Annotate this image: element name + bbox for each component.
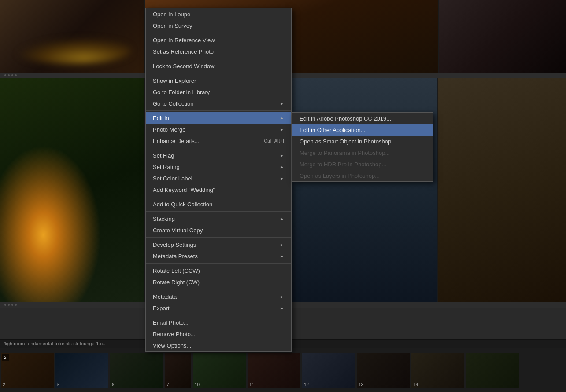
- submenu-item-merge-panorama: Merge to Panorama in Photoshop...: [292, 147, 433, 158]
- filmstrip-num: 5: [57, 382, 60, 387]
- menu-item-metadata-presets[interactable]: Metadata Presets ►: [146, 250, 291, 262]
- menu-item-develop-settings[interactable]: Develop Settings ►: [146, 239, 291, 250]
- arrow-icon: ►: [280, 242, 284, 247]
- filmstrip-item[interactable]: 7: [165, 353, 191, 388]
- menu-item-set-color-label[interactable]: Set Color Label ►: [146, 172, 291, 184]
- menu-item-export[interactable]: Export ►: [146, 302, 291, 314]
- arrow-icon: ►: [280, 165, 284, 169]
- dot: [8, 304, 10, 306]
- filmstrip-num: 12: [304, 382, 309, 387]
- menu-item-open-reference[interactable]: Open in Reference View: [146, 34, 291, 46]
- submenu-item-other-app[interactable]: Edit in Other Application...: [292, 124, 433, 136]
- filmstrip-item[interactable]: 5: [55, 353, 108, 388]
- menu-item-lock-window[interactable]: Lock to Second Window: [146, 60, 291, 72]
- separator: [146, 110, 291, 111]
- dot: [11, 304, 13, 306]
- submenu-item-smart-object[interactable]: Open as Smart Object in Photoshop...: [292, 136, 433, 147]
- menu-item-email-photo[interactable]: Email Photo...: [146, 317, 291, 328]
- filmstrip-item[interactable]: 11: [248, 353, 300, 388]
- arrow-icon: ►: [280, 254, 284, 259]
- separator: [146, 33, 291, 33]
- separator: [146, 237, 291, 238]
- dot: [4, 74, 6, 76]
- separator: [146, 315, 291, 315]
- dot: [4, 304, 6, 306]
- filmstrip-item[interactable]: 6: [110, 353, 163, 388]
- filmstrip-item[interactable]: 2 2: [1, 353, 54, 388]
- arrow-icon: ►: [280, 116, 284, 121]
- menu-item-add-keyword[interactable]: Add Keyword "Wedding": [146, 184, 291, 195]
- separator: [146, 197, 291, 197]
- filmstrip-num: 6: [112, 382, 115, 387]
- submenu-edit-in: Edit in Adobe Photoshop CC 2019... Edit …: [292, 112, 433, 182]
- submenu-item-photoshop[interactable]: Edit in Adobe Photoshop CC 2019...: [292, 113, 433, 124]
- filmstrip-item[interactable]: 14: [411, 353, 464, 388]
- menu-item-edit-in[interactable]: Edit In ►: [146, 112, 291, 124]
- photo-top-left: [0, 0, 145, 73]
- menu-item-open-survey[interactable]: Open in Survey: [146, 20, 291, 31]
- menu-item-rotate-left[interactable]: Rotate Left (CCW): [146, 265, 291, 276]
- separator: [146, 148, 291, 148]
- dot: [15, 74, 17, 76]
- photo-mid-right: [438, 78, 566, 302]
- arrow-icon: ►: [280, 127, 284, 132]
- filmstrip-badge: 2: [2, 354, 9, 361]
- menu-item-photo-merge[interactable]: Photo Merge ►: [146, 124, 291, 135]
- arrow-icon: ►: [280, 176, 284, 181]
- photo-top-right: [438, 0, 566, 73]
- edit-in-container: Edit In ► Edit in Adobe Photoshop CC 201…: [146, 112, 291, 124]
- filmstrip: 2 2 5 6 7 10 11 12 13 14: [0, 348, 566, 392]
- menu-item-enhance-details[interactable]: Enhance Details... Ctrl+Alt+I: [146, 135, 291, 147]
- filmstrip-num: 14: [413, 382, 418, 387]
- separator: [146, 73, 291, 73]
- filmstrip-num: 10: [195, 382, 200, 387]
- shortcut-label: Ctrl+Alt+I: [264, 138, 284, 143]
- menu-item-show-explorer[interactable]: Show in Explorer: [146, 75, 291, 86]
- menu-item-create-virtual-copy[interactable]: Create Virtual Copy: [146, 224, 291, 236]
- separator: [146, 211, 291, 212]
- menu-item-view-options[interactable]: View Options...: [146, 340, 291, 351]
- submenu-item-merge-hdr: Merge to HDR Pro in Photoshop...: [292, 158, 433, 170]
- separator: [146, 263, 291, 264]
- filmstrip-item[interactable]: 12: [302, 353, 355, 388]
- menu-item-stacking[interactable]: Stacking ►: [146, 213, 291, 224]
- separator: [146, 289, 291, 289]
- filmstrip-item[interactable]: 13: [357, 353, 410, 388]
- filmstrip-item[interactable]: 10: [193, 353, 246, 388]
- menu-item-go-folder[interactable]: Go to Folder in Library: [146, 86, 291, 98]
- arrow-icon: ►: [280, 153, 284, 158]
- filmstrip-num: 13: [359, 382, 363, 387]
- arrow-icon: ►: [280, 216, 284, 221]
- submenu-item-open-layers: Open as Layers in Photoshop...: [292, 170, 433, 181]
- separator: [146, 59, 291, 59]
- context-menu: Open in Loupe Open in Survey Open in Ref…: [145, 8, 292, 352]
- dot: [11, 74, 13, 76]
- filmstrip-num: 7: [166, 382, 169, 387]
- arrow-icon: ►: [280, 101, 284, 106]
- status-text: /lightroom-fundamental-tutorials-slr-lou…: [4, 341, 107, 346]
- menu-item-open-loupe[interactable]: Open in Loupe: [146, 8, 291, 20]
- menu-item-metadata[interactable]: Metadata ►: [146, 291, 291, 302]
- dot: [15, 304, 17, 306]
- menu-item-set-flag[interactable]: Set Flag ►: [146, 150, 291, 161]
- arrow-icon: ►: [280, 294, 284, 299]
- menu-item-set-rating[interactable]: Set Rating ►: [146, 161, 291, 172]
- dot: [8, 74, 10, 76]
- menu-item-remove-photo[interactable]: Remove Photo...: [146, 328, 291, 340]
- menu-item-add-quick-collection[interactable]: Add to Quick Collection: [146, 198, 291, 210]
- menu-item-go-collection[interactable]: Go to Collection ►: [146, 98, 291, 109]
- filmstrip-num: 11: [249, 382, 254, 387]
- photo-mid-left: [0, 78, 145, 302]
- menu-item-set-reference[interactable]: Set as Reference Photo: [146, 46, 291, 57]
- filmstrip-num: 2: [3, 382, 5, 387]
- filmstrip-item[interactable]: [466, 353, 519, 388]
- arrow-icon: ►: [280, 306, 284, 311]
- menu-item-rotate-right[interactable]: Rotate Right (CW): [146, 276, 291, 288]
